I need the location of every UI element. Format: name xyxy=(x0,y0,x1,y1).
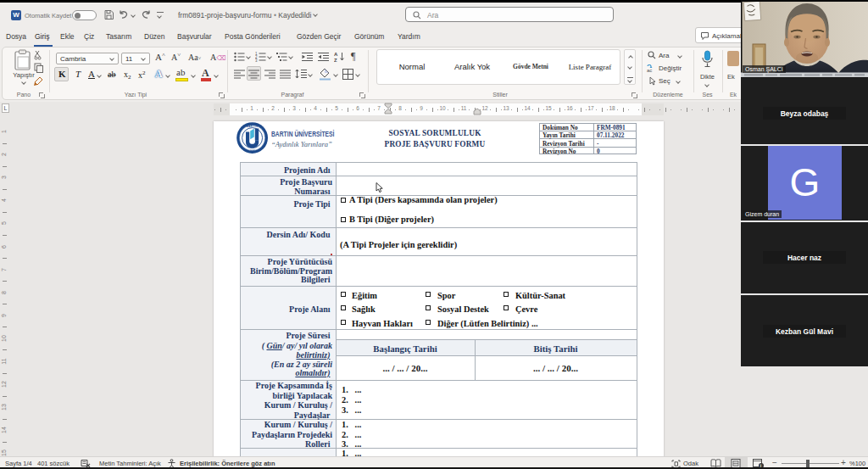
svg-text:3: 3 xyxy=(255,59,258,63)
svg-text:A: A xyxy=(334,52,338,57)
svg-text:BARTIN: BARTIN xyxy=(247,125,259,128)
svg-text:ac: ac xyxy=(647,68,652,73)
svg-text:Z: Z xyxy=(334,58,337,63)
svg-text:2008: 2008 xyxy=(250,149,255,153)
